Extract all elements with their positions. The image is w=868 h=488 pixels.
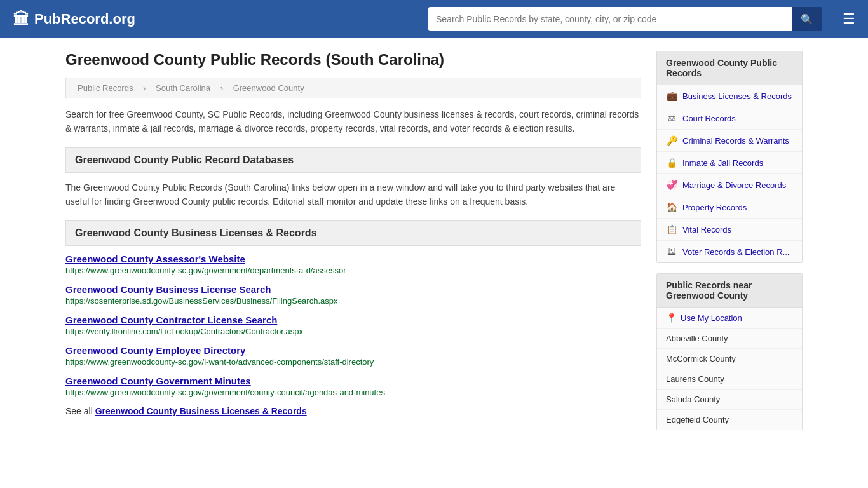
ballot-icon: 🗳 (666, 247, 677, 257)
sidebar-item-vital[interactable]: 📋 Vital Records (657, 219, 802, 241)
breadcrumb-item-2[interactable]: South Carolina (156, 83, 210, 93)
search-bar: 🔍 (428, 7, 822, 31)
sidebar-nearby-label-4: Saluda County (666, 395, 720, 404)
db-section-header: Greenwood County Public Record Databases (65, 147, 641, 173)
page-wrap: Greenwood County Public Records (South C… (53, 38, 815, 453)
search-input[interactable] (428, 7, 792, 31)
sidebar-label-marriage: Marriage & Divorce Records (682, 180, 786, 190)
see-all: See all Greenwood County Business Licens… (65, 406, 641, 416)
sidebar-item-voter[interactable]: 🗳 Voter Records & Election R... (657, 241, 802, 262)
sidebar-label-property: Property Records (682, 203, 747, 212)
sidebar-item-criminal[interactable]: 🔑 Criminal Records & Warrants (657, 130, 802, 152)
clipboard-icon: 📋 (666, 224, 677, 234)
sidebar-label-business: Business Licenses & Records (682, 92, 792, 101)
see-all-text: See all (65, 406, 93, 416)
search-button[interactable]: 🔍 (792, 7, 822, 31)
sidebar-nearby-edgefield[interactable]: Edgefield County (657, 410, 802, 430)
record-url-4: https://www.greenwoodcounty-sc.gov/i-wan… (65, 357, 641, 367)
record-url-1: https://www.greenwoodcounty-sc.gov/gover… (65, 266, 641, 275)
records-list: Greenwood County Assessor's Website http… (65, 254, 641, 397)
sidebar-label-criminal: Criminal Records & Warrants (682, 136, 789, 146)
record-entry: Greenwood County Business License Search… (65, 284, 641, 306)
sidebar-item-court[interactable]: ⚖ Court Records (657, 107, 802, 130)
site-header: 🏛 PubRecord.org 🔍 ☰ (0, 0, 868, 38)
breadcrumb: Public Records › South Carolina › Greenw… (65, 78, 641, 98)
record-title-1[interactable]: Greenwood County Assessor's Website (65, 254, 641, 264)
sidebar-categories-list: 💼 Business Licenses & Records ⚖ Court Re… (657, 85, 802, 262)
record-entry: Greenwood County Government Minutes http… (65, 376, 641, 397)
sidebar-public-records-box: Greenwood County Public Records 💼 Busine… (656, 51, 803, 263)
sidebar-nearby-use-location[interactable]: 📍 Use My Location (657, 308, 802, 329)
sidebar-label-voter: Voter Records & Election R... (682, 247, 789, 257)
location-pin-icon: 📍 (666, 313, 677, 323)
main-content: Greenwood County Public Records (South C… (65, 51, 641, 440)
record-url-3: https://verify.llronline.com/LicLookup/C… (65, 327, 641, 336)
page-title: Greenwood County Public Records (South C… (65, 51, 641, 69)
sidebar-nearby-label-1: Abbeville County (666, 334, 728, 343)
sidebar: Greenwood County Public Records 💼 Busine… (656, 51, 803, 440)
logo-icon: 🏛 (13, 10, 29, 29)
record-entry: Greenwood County Employee Directory http… (65, 345, 641, 367)
sidebar-nearby-abbeville[interactable]: Abbeville County (657, 329, 802, 349)
sidebar-nearby-mccormick[interactable]: McCormick County (657, 349, 802, 369)
record-url-2: https://sosenterprise.sd.gov/BusinessSer… (65, 296, 641, 306)
breadcrumb-separator-2: › (220, 83, 223, 93)
sidebar-nearby-label-0: Use My Location (681, 313, 742, 323)
house-icon: 🏠 (666, 202, 677, 212)
sidebar-nearby-label-3: Laurens County (666, 374, 724, 384)
sidebar-item-property[interactable]: 🏠 Property Records (657, 196, 802, 219)
record-url-5: https://www.greenwoodcounty-sc.gov/gover… (65, 388, 641, 397)
search-icon: 🔍 (801, 14, 813, 25)
db-description: The Greenwood County Public Records (Sou… (65, 180, 641, 209)
record-title-2[interactable]: Greenwood County Business License Search (65, 284, 641, 295)
sidebar-item-business[interactable]: 💼 Business Licenses & Records (657, 85, 802, 107)
record-title-4[interactable]: Greenwood County Employee Directory (65, 345, 641, 356)
rings-icon: 💞 (666, 180, 677, 190)
sidebar-nearby-laurens[interactable]: Laurens County (657, 369, 802, 390)
scales-icon: ⚖ (666, 113, 677, 123)
breadcrumb-item-3: Greenwood County (233, 83, 304, 93)
sidebar-label-court: Court Records (682, 114, 736, 123)
record-title-5[interactable]: Greenwood County Government Minutes (65, 376, 641, 386)
key-icon: 🔑 (666, 135, 677, 146)
breadcrumb-separator-1: › (143, 83, 146, 93)
record-title-3[interactable]: Greenwood County Contractor License Sear… (65, 315, 641, 325)
breadcrumb-item-1[interactable]: Public Records (78, 83, 133, 93)
sidebar-item-inmate[interactable]: 🔒 Inmate & Jail Records (657, 152, 802, 174)
sidebar-nearby-list: 📍 Use My Location Abbeville County McCor… (657, 308, 802, 430)
sidebar-nearby-label-2: McCormick County (666, 354, 736, 363)
sidebar-label-vital: Vital Records (682, 225, 731, 234)
logo-text: PubRecord.org (34, 11, 135, 27)
see-all-link[interactable]: Greenwood County Business Licenses & Rec… (95, 406, 307, 416)
record-entry: Greenwood County Assessor's Website http… (65, 254, 641, 275)
sidebar-nearby-header: Public Records near Greenwood County (657, 274, 802, 308)
site-logo[interactable]: 🏛 PubRecord.org (13, 10, 135, 29)
sidebar-nearby-box: Public Records near Greenwood County 📍 U… (656, 273, 803, 430)
menu-icon[interactable]: ☰ (843, 11, 855, 27)
lock-icon: 🔒 (666, 158, 677, 168)
page-description: Search for free Greenwood County, SC Pub… (65, 107, 641, 136)
sidebar-nearby-label-5: Edgefield County (666, 415, 729, 424)
sidebar-nearby-saluda[interactable]: Saluda County (657, 390, 802, 410)
briefcase-icon: 💼 (666, 91, 677, 101)
sidebar-label-inmate: Inmate & Jail Records (682, 158, 763, 168)
record-entry: Greenwood County Contractor License Sear… (65, 315, 641, 336)
sidebar-public-records-header: Greenwood County Public Records (657, 51, 802, 85)
business-section-header: Greenwood County Business Licenses & Rec… (65, 220, 641, 246)
sidebar-item-marriage[interactable]: 💞 Marriage & Divorce Records (657, 174, 802, 196)
